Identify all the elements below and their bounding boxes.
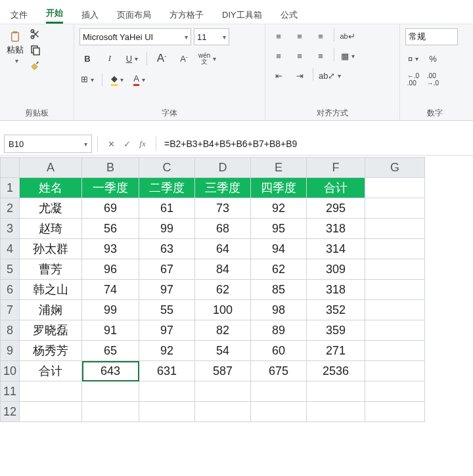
decrease-decimal-button[interactable]: .00→.0 [425,72,441,87]
cell[interactable] [20,381,82,402]
tab-home[interactable]: 开始 [46,7,63,24]
align-top-button[interactable]: ≡ [271,28,286,44]
row-header[interactable]: 12 [1,402,20,422]
cell[interactable] [365,381,425,402]
cell[interactable] [195,402,251,422]
col-header-A[interactable]: A [20,158,82,178]
cell[interactable] [82,402,139,422]
cell[interactable] [365,300,425,320]
cell[interactable]: 89 [251,320,307,341]
cancel-button[interactable]: ✕ [103,139,119,149]
percent-button[interactable]: % [425,51,441,66]
cell[interactable]: 99 [82,300,139,320]
cell[interactable]: 孙太群 [20,239,82,259]
tab-insert[interactable]: 插入 [81,9,99,24]
italic-button[interactable]: I [102,51,118,66]
cell[interactable]: 四季度 [251,178,307,198]
font-name-select[interactable]: Microsoft YaHei UI▾ [79,28,191,45]
cell[interactable] [195,381,251,402]
cell[interactable] [365,341,425,361]
col-header-B[interactable]: B [82,158,139,178]
cell[interactable]: 97 [139,320,195,341]
row-header[interactable]: 1 [1,178,20,198]
cell[interactable]: 318 [307,280,365,300]
cell[interactable]: 98 [251,300,307,320]
cell[interactable]: 73 [195,198,251,219]
row-header[interactable]: 10 [1,361,20,381]
fx-button[interactable]: fx [135,139,150,149]
col-header-D[interactable]: D [195,158,251,178]
cell[interactable] [82,381,139,402]
formula-input[interactable]: =B2+B3+B4+B5+B6+B7+B8+B9 [162,139,473,149]
cell[interactable]: 91 [82,320,139,341]
cell[interactable]: 93 [82,239,139,259]
cell[interactable]: 曹芳 [20,259,82,280]
align-bottom-button[interactable]: ≡ [313,28,328,44]
cell[interactable]: 68 [195,219,251,239]
row-header[interactable]: 11 [1,381,20,402]
cell[interactable]: 姓名 [20,178,82,198]
cell[interactable]: 63 [139,239,195,259]
cell[interactable]: 587 [195,361,251,381]
enter-button[interactable]: ✓ [119,139,135,149]
cell[interactable] [139,381,195,402]
border-button[interactable]: ⊞▾ [79,72,95,87]
cell[interactable] [139,402,195,422]
cell[interactable] [251,381,307,402]
row-header[interactable]: 3 [1,219,20,239]
row-header[interactable]: 8 [1,320,20,341]
align-middle-button[interactable]: ≡ [292,28,307,44]
cell[interactable]: 54 [195,341,251,361]
cell[interactable]: 643 [82,361,139,381]
cell[interactable]: 56 [82,219,139,239]
cell[interactable] [365,402,425,422]
increase-decimal-button[interactable]: ←.0.00 [405,72,421,87]
shrink-font-button[interactable]: Aˇ [176,51,192,66]
cell[interactable]: 352 [307,300,365,320]
cell[interactable]: 62 [195,280,251,300]
row-header[interactable]: 7 [1,300,20,320]
cell[interactable]: 295 [307,198,365,219]
cell[interactable]: 罗晓磊 [20,320,82,341]
cell[interactable] [365,219,425,239]
cell[interactable] [20,402,82,422]
cell[interactable]: 62 [251,259,307,280]
number-format-select[interactable]: 常规 [405,28,458,45]
tab-file[interactable]: 文件 [11,9,28,24]
row-header[interactable]: 6 [1,280,20,300]
merge-button[interactable]: ▦▾ [340,48,355,64]
underline-button[interactable]: U▾ [124,51,140,66]
cell[interactable]: 69 [82,198,139,219]
cell[interactable] [307,381,365,402]
cell[interactable]: 92 [139,341,195,361]
cell[interactable]: 61 [139,198,195,219]
tab-formula[interactable]: 公式 [281,9,298,24]
cell[interactable]: 合计 [307,178,365,198]
indent-increase-button[interactable]: ⇥ [292,68,307,83]
currency-button[interactable]: ¤▾ [405,51,421,66]
align-center-button[interactable]: ≡ [292,48,307,64]
tab-fangfang[interactable]: 方方格子 [169,9,204,24]
tab-diy[interactable]: DIY工具箱 [222,9,262,24]
row-header[interactable]: 9 [1,341,20,361]
cell[interactable]: 60 [251,341,307,361]
cell[interactable]: 55 [139,300,195,320]
cell[interactable]: 浦娴 [20,300,82,320]
fill-color-button[interactable]: ◆▾ [109,72,125,87]
name-box[interactable]: B10 ▾ [4,135,92,153]
col-header-G[interactable]: G [365,158,425,178]
cell[interactable] [307,402,365,422]
font-color-button[interactable]: A▾ [131,72,147,87]
bold-button[interactable]: B [79,51,95,66]
cell[interactable]: 韩之山 [20,280,82,300]
cell[interactable]: 94 [251,239,307,259]
cell[interactable]: 100 [195,300,251,320]
tab-pagelayout[interactable]: 页面布局 [117,9,151,24]
cell[interactable] [365,280,425,300]
cell[interactable]: 95 [251,219,307,239]
cell[interactable] [365,239,425,259]
cell[interactable]: 96 [82,259,139,280]
cell[interactable] [251,402,307,422]
col-header-C[interactable]: C [139,158,195,178]
cell[interactable]: 85 [251,280,307,300]
